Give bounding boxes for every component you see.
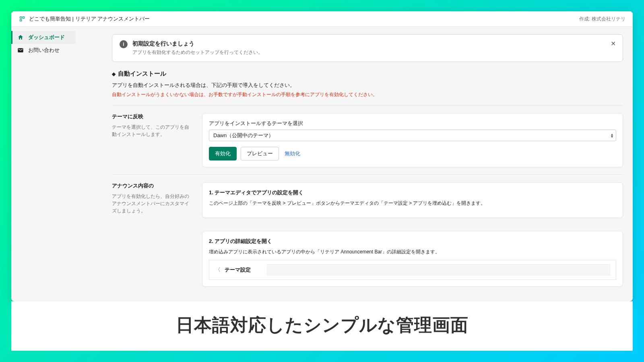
theme-reflect-card: アプリをインストールするテーマを選択 Dawn（公開中のテーマ） ▴▾ 有効化 … [202,113,623,167]
disable-link[interactable]: 無効化 [283,148,302,160]
sidebar-item-label: お問い合わせ [28,47,60,54]
theme-button-row: 有効化 プレビュー 無効化 [209,147,616,160]
banner-text: アプリを有効化するためのセットアップを行ってください。 [132,49,615,56]
auto-install-desc: アプリを自動インストールされる場合は、下記の手順で導入をしてください。 [112,82,623,89]
promo-frame: どこでも簡単告知 | リテリア アナウンスメントバー 作成: 株式会社リテリ ダ… [0,0,644,362]
sidebar-item-contact[interactable]: お問い合わせ [11,44,76,57]
close-icon[interactable]: ✕ [609,39,617,47]
info-icon: i [120,40,128,48]
theme-settings-label: テーマ設定 [225,266,251,274]
theme-reflect-title: テーマに反映 [112,113,192,120]
theme-reflect-desc: テーマを選択して、このアプリを自動インストールします。 [112,123,192,138]
app-title: どこでも簡単告知 | リテリア アナウンスメントバー [29,15,150,23]
sidebar-item-label: ダッシュボード [28,34,65,41]
banner-title: 初期設定を行いましょう [132,40,615,47]
announce-cards: 1. テーマエディタでアプリの設定を開く このページ上部の「テーマを反映 > プ… [202,182,623,287]
main-content: i 初期設定を行いましょう アプリを有効化するためのセットアップを行ってください… [76,27,633,301]
announce-left: アナウンス内容の アプリを有効化したら、自分好みのアナウンスメントバーにカスタマ… [112,182,192,214]
sidebar: ダッシュボード お問い合わせ [11,27,76,301]
step1-text: このページ上部の「テーマを反映 > プレビュー」ボタンからテーマエディタの「テー… [209,200,616,207]
theme-reflect-row: テーマに反映 テーマを選択して、このアプリを自動インストールします。 アプリをイ… [112,113,623,167]
step1-card: 1. テーマエディタでアプリの設定を開く このページ上部の「テーマを反映 > プ… [202,182,623,218]
preview-button[interactable]: プレビュー [241,147,279,160]
enable-button[interactable]: 有効化 [209,147,237,160]
promo-caption: 日本語対応したシンプルな管理画面 [11,313,633,337]
sidebar-item-dashboard[interactable]: ダッシュボード [11,31,76,44]
app-window: どこでも簡単告知 | リテリア アナウンスメントバー 作成: 株式会社リテリ ダ… [11,11,633,301]
chevron-left-icon: 〈 [215,266,221,274]
diamond-icon: ◆ [112,71,116,77]
step1-title: 1. テーマエディタでアプリの設定を開く [209,189,616,196]
header-attribution: 作成: 株式会社リテリ [579,16,625,23]
header-left: どこでも簡単告知 | リテリア アナウンスメントバー [19,15,150,23]
preview-placeholder [267,264,610,276]
auto-install-heading-text: 自動インストール [118,70,166,78]
auto-install-warn: 自動インストールがうまくいかない場合は、お手数ですが手動インストールの手順を参考… [112,91,623,98]
setup-banner: i 初期設定を行いましょう アプリを有効化するためのセットアップを行ってください… [112,34,623,62]
mail-icon [17,47,24,54]
caption-area: 日本語対応したシンプルな管理画面 [11,301,633,351]
app-logo-icon [19,15,26,23]
theme-select[interactable]: Dawn（公開中のテーマ） [209,130,616,141]
theme-select-wrap: Dawn（公開中のテーマ） ▴▾ [209,130,616,141]
step2-text: 埋め込みアプリに表示されているアプリの中から「リテリア Announcement… [209,248,616,256]
announce-row: アナウンス内容の アプリを有効化したら、自分好みのアナウンスメントバーにカスタマ… [112,182,623,287]
divider [112,105,623,106]
home-icon [17,34,24,41]
app-body: ダッシュボード お問い合わせ i 初期設定を行いましょう アプリを有効化するため… [11,27,633,301]
announce-title: アナウンス内容の [112,182,192,189]
step2-title: 2. アプリの詳細設定を開く [209,238,616,245]
auto-install-heading: ◆ 自動インストール [112,70,623,78]
app-header: どこでも簡単告知 | リテリア アナウンスメントバー 作成: 株式会社リテリ [11,11,633,27]
theme-select-label: アプリをインストールするテーマを選択 [209,120,616,127]
divider [112,175,623,175]
announce-desc: アプリを有効化したら、自分好みのアナウンスメントバーにカスタマイズしましょう。 [112,193,192,214]
step2-card: 2. アプリの詳細設定を開く 埋め込みアプリに表示されているアプリの中から「リテ… [202,231,623,287]
banner-body: 初期設定を行いましょう アプリを有効化するためのセットアップを行ってください。 [132,40,615,56]
theme-settings-preview: 〈 テーマ設定 [209,260,616,280]
theme-reflect-left: テーマに反映 テーマを選択して、このアプリを自動インストールします。 [112,113,192,138]
